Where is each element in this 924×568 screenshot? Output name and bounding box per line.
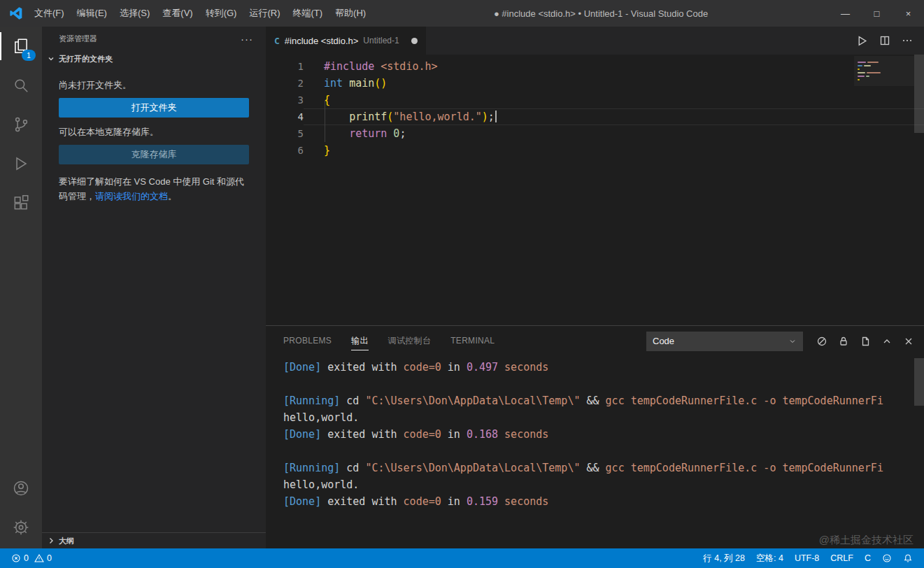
account-icon[interactable] [0, 469, 42, 508]
open-output-in-editor-icon[interactable] [860, 336, 871, 347]
tab-problems[interactable]: PROBLEMS [283, 332, 332, 350]
token: in [441, 428, 467, 441]
line-number: 4 [266, 108, 304, 125]
tab-description: Untitled-1 [363, 36, 399, 45]
code-line-6[interactable]: 6} [266, 142, 924, 159]
source-control-icon[interactable] [0, 105, 42, 144]
lock-autoscroll-icon[interactable] [838, 336, 849, 347]
menu-help[interactable]: 帮助(H) [329, 0, 372, 27]
more-actions-icon[interactable] [902, 35, 913, 46]
token: seconds [498, 428, 548, 441]
panel-actions: Code [646, 332, 914, 351]
outline-label: 大纲 [59, 536, 74, 546]
eol-label: CRLF [830, 553, 853, 563]
close-panel-icon[interactable] [903, 336, 914, 347]
output-line-1: [Done] exited with code=0 in 0.497 secon… [283, 359, 924, 376]
language-mode[interactable]: C [859, 553, 876, 563]
maximize-panel-icon[interactable] [881, 336, 893, 347]
code-editor[interactable]: 1#include <stdio.h>2int main()3{4 printf… [266, 55, 924, 325]
clone-repository-button[interactable]: 克隆存储库 [59, 145, 249, 164]
close-button[interactable]: × [893, 0, 924, 27]
token: [Running] [283, 462, 340, 474]
settings-gear-icon[interactable] [0, 508, 42, 547]
sidebar-title: 资源管理器 [59, 34, 97, 44]
sidebar-explorer: 资源管理器 ··· 无打开的文件夹 尚未打开文件夹。 打开文件夹 可以在本地克隆… [42, 27, 266, 548]
tab-terminal[interactable]: TERMINAL [450, 332, 495, 350]
bell-icon [903, 553, 913, 563]
clear-output-icon[interactable] [816, 336, 827, 347]
cursor-position[interactable]: 行 4, 列 28 [697, 553, 751, 565]
token [324, 127, 349, 140]
menu-terminal[interactable]: 终端(T) [286, 0, 329, 27]
token: [Done] [283, 361, 321, 374]
code-line-text: } [304, 142, 924, 159]
code-line-text: int main() [304, 75, 924, 92]
menu-edit[interactable]: 编辑(E) [71, 0, 113, 27]
title-bar: 文件(F) 编辑(E) 选择(S) 查看(V) 转到(G) 运行(R) 终端(T… [0, 0, 924, 27]
output-line-5: [Done] exited with code=0 in 0.168 secon… [283, 426, 924, 443]
maximize-button[interactable]: □ [861, 0, 893, 27]
menu-view[interactable]: 查看(V) [156, 0, 199, 27]
code-line-2[interactable]: 2int main() [266, 75, 924, 92]
eol-sequence[interactable]: CRLF [825, 553, 859, 563]
activity-bar: 1 [0, 27, 42, 548]
tab-label: #include <stdio.h> [285, 36, 359, 46]
read-docs-link[interactable]: 请阅读我们的文档 [95, 191, 168, 201]
output-channel-select[interactable]: Code [646, 332, 803, 351]
tab-output[interactable]: 输出 [351, 332, 369, 350]
search-icon[interactable] [0, 66, 42, 105]
token: exited with [321, 495, 403, 508]
line-number: 3 [266, 92, 304, 108]
modified-dot-icon[interactable] [411, 38, 418, 44]
line-number: 2 [266, 75, 304, 92]
outline-section[interactable]: 大纲 [42, 532, 266, 548]
vscode-window: 文件(F) 编辑(E) 选择(S) 查看(V) 转到(G) 运行(R) 终端(T… [0, 0, 924, 568]
run-code-icon[interactable] [856, 35, 868, 47]
minimize-button[interactable]: — [830, 0, 861, 27]
git-help-suffix: 。 [168, 191, 177, 201]
window-title: ● #include <stdio.h> • Untitled-1 - Visu… [372, 8, 830, 19]
open-folder-button[interactable]: 打开文件夹 [59, 98, 249, 118]
code-line-5[interactable]: 5 return 0; [266, 125, 924, 142]
menu-run[interactable]: 运行(R) [243, 0, 286, 27]
split-editor-icon[interactable] [879, 35, 890, 46]
panel-scrollbar[interactable] [914, 358, 924, 406]
code-line-4[interactable]: 4 printf("hello,world."); [266, 108, 924, 125]
menu-file[interactable]: 文件(F) [28, 0, 71, 27]
menu-go[interactable]: 转到(G) [199, 0, 243, 27]
output-line-7: [Running] cd "C:\Users\Don\AppData\Local… [283, 460, 924, 476]
tab-debug-console[interactable]: 调试控制台 [388, 332, 432, 350]
code-line-1[interactable]: 1#include <stdio.h> [266, 58, 924, 75]
token: "hello,world." [393, 111, 481, 123]
line-number: 6 [266, 142, 304, 159]
section-no-folder[interactable]: 无打开的文件夹 [42, 51, 266, 66]
c-language-icon: C [274, 36, 280, 46]
token: #include [324, 60, 374, 73]
token [324, 111, 349, 123]
more-actions-icon[interactable]: ··· [241, 33, 253, 45]
menu-bar: 文件(F) 编辑(E) 选择(S) 查看(V) 转到(G) 运行(R) 终端(T… [28, 0, 372, 27]
indentation-label: 空格: 4 [756, 553, 783, 565]
tab-untitled-1[interactable]: C #include <stdio.h> Untitled-1 [266, 27, 426, 55]
extensions-icon[interactable] [0, 183, 42, 222]
token: "C:\Users\Don\AppData\Local\Temp\" [365, 395, 580, 407]
problems-status[interactable]: 0 0 [6, 548, 57, 568]
notifications-button[interactable] [897, 553, 918, 563]
token: seconds [498, 361, 548, 374]
window-controls: — □ × [830, 0, 924, 27]
token: cd [340, 395, 365, 407]
run-debug-icon[interactable] [0, 144, 42, 183]
output-content[interactable]: [Done] exited with code=0 in 0.497 secon… [266, 356, 924, 548]
indentation[interactable]: 空格: 4 [751, 553, 789, 565]
encoding[interactable]: UTF-8 [789, 553, 825, 563]
panel-header: PROBLEMS 输出 调试控制台 TERMINAL Code [266, 326, 924, 356]
explorer-icon[interactable]: 1 [0, 27, 42, 66]
token: hello,world. [283, 478, 359, 491]
editor-scrollbar[interactable] [914, 55, 924, 133]
menu-selection[interactable]: 选择(S) [113, 0, 156, 27]
code-line-3[interactable]: 3{ [266, 92, 924, 108]
feedback-button[interactable] [876, 553, 897, 563]
status-bar-right: 行 4, 列 28 空格: 4 UTF-8 CRLF C [697, 553, 918, 565]
token: [Done] [283, 495, 321, 508]
minimap[interactable] [854, 56, 914, 86]
